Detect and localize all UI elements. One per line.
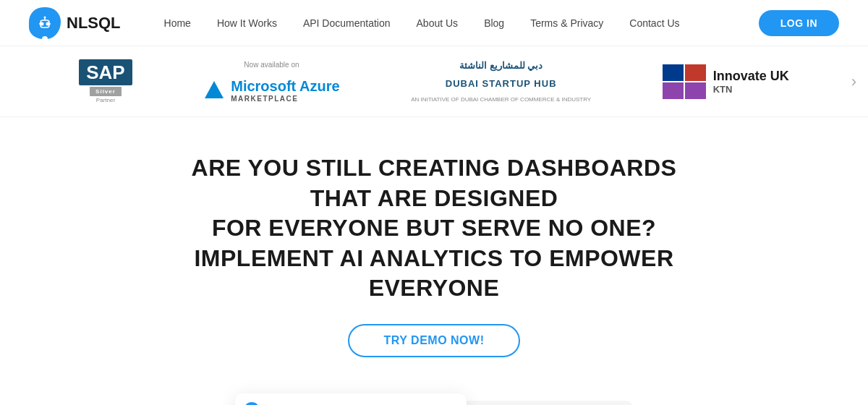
hero-line3: IMPLEMENT AI ANALYTICS TO EMPOWER EVERYO…	[194, 245, 673, 302]
azure-main-text: Microsoft Azure	[231, 78, 339, 95]
brand-logo[interactable]: NLSQL	[29, 7, 121, 39]
hero-section: ARE YOU STILL CREATING DASHBOARDS THAT A…	[0, 117, 868, 379]
logo-text: NLSQL	[67, 14, 121, 33]
ukri-sub-text: KTN	[713, 84, 789, 95]
hero-line1: ARE YOU STILL CREATING DASHBOARDS THAT A…	[192, 155, 677, 211]
dubai-eng-text: DUBAI STARTUP HUB	[446, 78, 557, 89]
partner-azure: Now available on Microsoft Azure MARKETP…	[203, 61, 339, 103]
svg-point-4	[44, 16, 46, 18]
nav-terms-privacy[interactable]: Terms & Privacy	[530, 17, 603, 29]
demo-right-panel	[459, 401, 633, 405]
dubai-sub-text: AN INITIATIVE OF DUBAI CHAMBER OF COMMER…	[411, 96, 591, 103]
ukri-main-text: Innovate UK	[713, 69, 789, 84]
partner-sap: SAP Silver Partner	[79, 59, 132, 103]
sap-silver-label: Silver	[90, 87, 122, 96]
sap-partner-label: Partner	[96, 97, 115, 103]
bot-avatar	[244, 402, 260, 405]
partners-next-arrow[interactable]: ›	[851, 72, 856, 91]
demo-cta-button[interactable]: TRY DEMO NOW!	[348, 324, 521, 357]
hero-headline: ARE YOU STILL CREATING DASHBOARDS THAT A…	[181, 153, 687, 304]
ukri-q4	[685, 82, 706, 99]
partner-ukri: Innovate UK KTN	[663, 64, 789, 99]
azure-sub-text: MARKETPLACE	[231, 95, 339, 103]
svg-marker-7	[205, 81, 224, 98]
nav-home[interactable]: Home	[164, 17, 191, 29]
dubai-arabic-text: دبي للمشاريع الناشئة	[459, 60, 542, 71]
logo-icon	[29, 7, 61, 39]
ukri-q2	[685, 64, 706, 81]
hero-line2: FOR EVERYONE BUT SERVE NO ONE?	[212, 215, 656, 241]
main-nav: NLSQL Home How It Works API Documentatio…	[0, 0, 868, 46]
partners-strip: SAP Silver Partner Now available on Micr…	[0, 46, 868, 117]
nav-api-documentation[interactable]: API Documentation	[303, 17, 391, 29]
ukri-q1	[663, 64, 684, 81]
demo-widget-header: NLSQLBOT 10:00	[244, 402, 458, 405]
sap-label: SAP	[79, 59, 132, 85]
partner-dubai: دبي للمشاريع الناشئة DUBAI STARTUP HUB A…	[411, 60, 591, 103]
nav-contact-us[interactable]: Contact Us	[629, 17, 679, 29]
login-button[interactable]: LOG IN	[759, 10, 839, 36]
nav-links: Home How It Works API Documentation Abou…	[164, 17, 759, 30]
ukri-q3	[663, 82, 684, 99]
demo-area: NLSQLBOT 10:00 import in last year	[0, 379, 868, 405]
azure-now-available-text: Now available on	[244, 61, 299, 69]
nav-blog[interactable]: Blog	[484, 17, 504, 29]
ukri-text: Innovate UK KTN	[713, 69, 789, 95]
ukri-box	[663, 64, 706, 99]
nav-about-us[interactable]: About Us	[417, 17, 459, 29]
demo-widget: NLSQLBOT 10:00 import in last year	[235, 393, 467, 405]
azure-triangle-icon	[203, 80, 225, 101]
nav-how-it-works[interactable]: How It Works	[217, 17, 277, 29]
